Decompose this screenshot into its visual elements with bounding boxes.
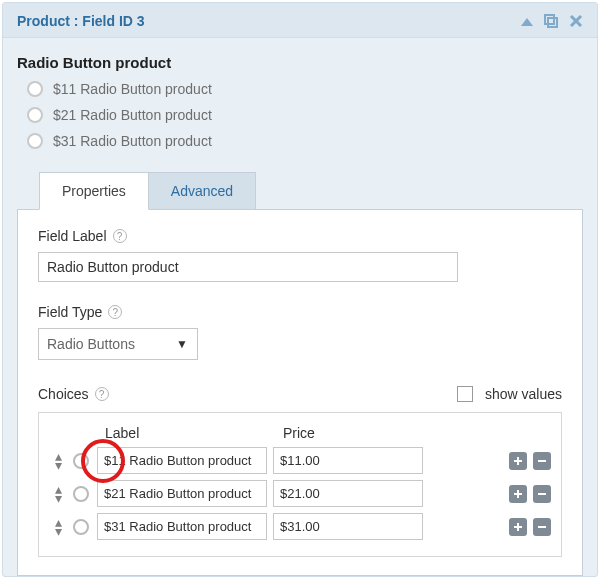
help-icon[interactable]: ? bbox=[113, 229, 127, 243]
field-label-caption: Field Label ? bbox=[38, 228, 562, 244]
remove-choice-button[interactable] bbox=[533, 485, 551, 503]
choice-row-actions bbox=[429, 452, 551, 470]
choice-row: ▴▾ bbox=[49, 447, 551, 474]
choice-label-input[interactable] bbox=[97, 513, 267, 540]
svg-rect-10 bbox=[538, 493, 546, 495]
svg-rect-12 bbox=[514, 526, 522, 528]
column-price: Price bbox=[275, 425, 425, 441]
choice-price-input[interactable] bbox=[273, 513, 423, 540]
properties-card: Field Label ? Field Type ? ▼ Choices ? s… bbox=[17, 209, 583, 576]
field-panel: Product : Field ID 3 Radio Button produc… bbox=[2, 2, 598, 577]
add-choice-button[interactable] bbox=[509, 452, 527, 470]
preview-option-label: $31 Radio Button product bbox=[53, 133, 212, 149]
preview-radio-option[interactable]: $21 Radio Button product bbox=[27, 107, 583, 123]
panel-body: Radio Button product $11 Radio Button pr… bbox=[3, 38, 597, 209]
field-type-select-wrap: ▼ bbox=[38, 328, 198, 360]
choice-price-input[interactable] bbox=[273, 447, 423, 474]
drag-handle-icon[interactable]: ▴▾ bbox=[49, 485, 67, 502]
field-label-text: Field Label bbox=[38, 228, 107, 244]
choices-card: Label Price ▴▾ ▴▾ bbox=[38, 412, 562, 557]
choice-row: ▴▾ bbox=[49, 480, 551, 507]
choice-row-actions bbox=[429, 485, 551, 503]
add-choice-button[interactable] bbox=[509, 518, 527, 536]
radio-icon bbox=[27, 133, 43, 149]
drag-handle-icon[interactable]: ▴▾ bbox=[49, 452, 67, 469]
default-radio[interactable] bbox=[73, 453, 89, 469]
default-radio[interactable] bbox=[73, 519, 89, 535]
preview-field-title: Radio Button product bbox=[17, 54, 583, 71]
preview-radio-option[interactable]: $31 Radio Button product bbox=[27, 133, 583, 149]
svg-rect-2 bbox=[548, 18, 557, 27]
choices-label: Choices bbox=[38, 386, 89, 402]
choice-row: ▴▾ bbox=[49, 513, 551, 540]
radio-icon bbox=[27, 81, 43, 97]
svg-rect-13 bbox=[538, 526, 546, 528]
remove-choice-button[interactable] bbox=[533, 518, 551, 536]
close-icon[interactable] bbox=[569, 14, 583, 28]
preview-option-label: $21 Radio Button product bbox=[53, 107, 212, 123]
svg-rect-9 bbox=[514, 493, 522, 495]
panel-title: Product : Field ID 3 bbox=[17, 13, 521, 29]
svg-rect-6 bbox=[514, 460, 522, 462]
field-type-text: Field Type bbox=[38, 304, 102, 320]
help-icon[interactable]: ? bbox=[95, 387, 109, 401]
panel-header: Product : Field ID 3 bbox=[3, 3, 597, 38]
default-radio[interactable] bbox=[73, 486, 89, 502]
field-type-caption: Field Type ? bbox=[38, 304, 562, 320]
collapse-icon[interactable] bbox=[521, 16, 533, 26]
choice-price-input[interactable] bbox=[273, 480, 423, 507]
panel-actions bbox=[521, 13, 583, 29]
column-label: Label bbox=[105, 425, 275, 441]
field-type-select[interactable] bbox=[38, 328, 198, 360]
tab-advanced[interactable]: Advanced bbox=[149, 172, 256, 210]
help-icon[interactable]: ? bbox=[108, 305, 122, 319]
choice-label-input[interactable] bbox=[97, 447, 267, 474]
choices-columns: Label Price bbox=[49, 425, 551, 441]
add-choice-button[interactable] bbox=[509, 485, 527, 503]
preview-option-label: $11 Radio Button product bbox=[53, 81, 212, 97]
choices-header: Choices ? show values bbox=[38, 386, 562, 402]
field-tabs: Properties Advanced bbox=[39, 172, 583, 210]
remove-choice-button[interactable] bbox=[533, 452, 551, 470]
field-label-input[interactable] bbox=[38, 252, 458, 282]
preview-radio-option[interactable]: $11 Radio Button product bbox=[27, 81, 583, 97]
svg-marker-0 bbox=[521, 18, 533, 26]
show-values-checkbox[interactable] bbox=[457, 386, 473, 402]
duplicate-icon[interactable] bbox=[543, 13, 559, 29]
show-values-label: show values bbox=[485, 386, 562, 402]
drag-handle-icon[interactable]: ▴▾ bbox=[49, 518, 67, 535]
svg-rect-7 bbox=[538, 460, 546, 462]
choice-label-input[interactable] bbox=[97, 480, 267, 507]
choice-row-actions bbox=[429, 518, 551, 536]
tab-properties[interactable]: Properties bbox=[39, 172, 149, 210]
svg-rect-1 bbox=[545, 15, 554, 24]
radio-icon bbox=[27, 107, 43, 123]
